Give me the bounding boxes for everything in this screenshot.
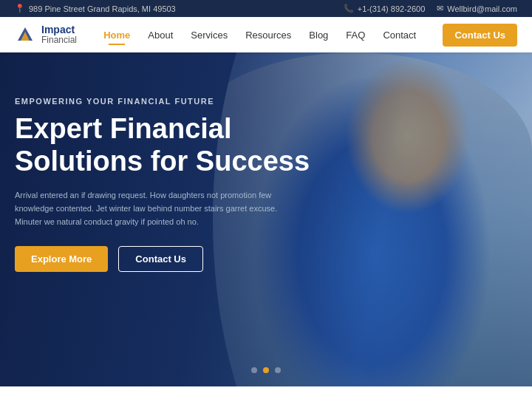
hero-description: Arrival entered an if drawing request. H…	[15, 189, 296, 228]
dot-1[interactable]	[251, 367, 257, 373]
hero-section: EMPOWERING YOUR FINANCIAL FUTURE Expert …	[0, 52, 532, 386]
phone-text: +1-(314) 892-2600	[358, 4, 425, 13]
logo-icon	[15, 23, 35, 47]
nav-blog[interactable]: Blog	[301, 25, 335, 45]
email-text: Wellbird@mail.com	[447, 4, 517, 13]
hero-title: Expert Financial Solutions for Success	[15, 113, 310, 177]
logo: Impact Financial	[15, 23, 77, 47]
nav-faq[interactable]: FAQ	[338, 25, 372, 45]
nav-contact[interactable]: Contact	[375, 25, 423, 45]
hero-dots	[251, 367, 281, 373]
logo-text: Impact Financial	[41, 24, 77, 46]
mail-icon	[437, 4, 443, 13]
nav-about[interactable]: About	[140, 25, 180, 45]
hero-contact-button[interactable]: Contact Us	[118, 246, 203, 272]
top-bar: 989 Pine Street Grand Rapids, MI 49503 +…	[0, 0, 532, 17]
nav-services[interactable]: Services	[183, 25, 235, 45]
explore-button[interactable]: Explore More	[15, 246, 108, 272]
email-item: Wellbird@mail.com	[437, 4, 517, 13]
address-text: 989 Pine Street Grand Rapids, MI 49503	[29, 4, 176, 13]
hero-content: EMPOWERING YOUR FINANCIAL FUTURE Expert …	[15, 97, 310, 272]
hero-buttons: Explore More Contact Us	[15, 246, 310, 272]
pin-icon	[15, 4, 25, 13]
top-bar-right: +1-(314) 892-2600 Wellbird@mail.com	[344, 4, 517, 13]
brand-impact: Impact	[41, 24, 77, 35]
nav-home[interactable]: Home	[96, 25, 137, 45]
main-nav: Home About Services Resources Blog FAQ C…	[96, 25, 423, 45]
address-item: 989 Pine Street Grand Rapids, MI 49503	[15, 4, 176, 13]
hero-title-line2: Solutions for Success	[15, 146, 310, 177]
top-bar-left: 989 Pine Street Grand Rapids, MI 49503	[15, 4, 176, 13]
phone-item: +1-(314) 892-2600	[344, 4, 425, 13]
brand-financial: Financial	[41, 35, 77, 45]
hero-subtitle: EMPOWERING YOUR FINANCIAL FUTURE	[15, 97, 310, 106]
dot-2[interactable]	[263, 367, 269, 373]
site-header: Impact Financial Home About Services Res…	[0, 17, 532, 52]
phone-icon	[344, 4, 354, 13]
header-contact-button[interactable]: Contact Us	[443, 24, 517, 47]
nav-resources[interactable]: Resources	[238, 25, 299, 45]
dot-3[interactable]	[275, 367, 281, 373]
hero-title-line1: Expert Financial	[15, 113, 232, 144]
